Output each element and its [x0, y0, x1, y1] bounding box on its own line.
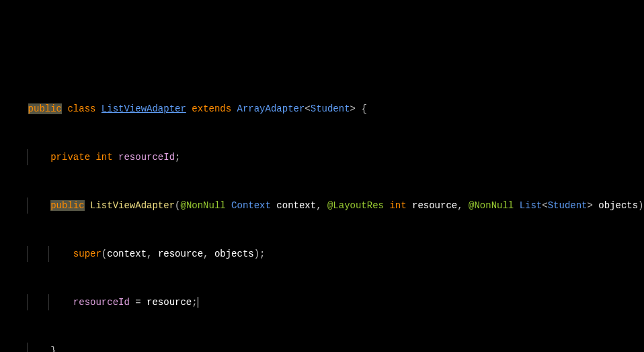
type-student: Student [548, 200, 588, 211]
keyword-super: super [73, 249, 102, 259]
param-resource: resource [412, 200, 457, 211]
type-list: List [520, 200, 542, 211]
keyword-int: int [389, 200, 406, 211]
class-name: ListViewAdapter [102, 103, 186, 114]
code-editor[interactable]: public class ListViewAdapter extends Arr… [0, 69, 644, 352]
code-line[interactable]: private int resourceId; [0, 149, 644, 165]
code-line[interactable]: resourceId = resource; [0, 294, 644, 310]
var-resource: resource [147, 297, 192, 308]
field-resourceid: resourceId [118, 152, 175, 163]
type-context: Context [231, 200, 271, 211]
type-arrayadapter: ArrayAdapter [237, 103, 305, 114]
annotation-nonnull: @NonNull [469, 200, 514, 211]
annotation-layoutres: @LayoutRes [327, 200, 384, 211]
arg-context: context [107, 249, 147, 259]
code-line[interactable]: public ListViewAdapter(@NonNull Context … [0, 197, 644, 214]
keyword-public: public [50, 200, 84, 211]
keyword-int: int [95, 152, 112, 163]
param-objects: objects [598, 200, 638, 211]
code-line[interactable]: public class ListViewAdapter extends Arr… [0, 101, 644, 117]
param-context: context [276, 200, 316, 211]
keyword-class: class [67, 103, 95, 114]
keyword-extends: extends [192, 103, 231, 114]
constructor-name: ListViewAdapter [90, 200, 175, 211]
arg-objects: objects [214, 249, 254, 259]
code-line[interactable]: super(context, resource, objects); [0, 246, 644, 262]
keyword-private: private [50, 152, 90, 163]
annotation-nonnull: @NonNull [180, 200, 225, 211]
text-cursor [198, 297, 198, 308]
keyword-public: public [28, 103, 62, 114]
arg-resource: resource [158, 249, 203, 259]
field-resourceid: resourceId [73, 297, 130, 308]
code-line[interactable]: } [0, 343, 644, 352]
type-generic: Student [311, 103, 350, 114]
